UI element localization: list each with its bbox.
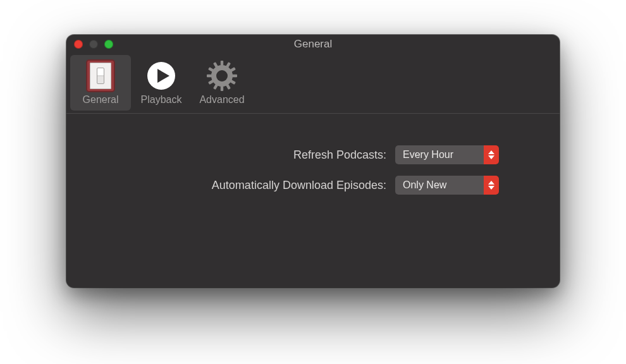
window-title: General [294,38,332,51]
setting-refresh-podcasts: Refresh Podcasts: Every Hour [92,145,534,164]
auto-download-select[interactable]: Only New [395,176,499,195]
setting-label: Refresh Podcasts: [92,149,395,162]
tab-label: Advanced [199,94,244,106]
chevron-updown-icon [484,145,499,164]
gear-icon [204,60,240,92]
tab-advanced[interactable]: Advanced [192,55,252,111]
chevron-updown-icon [484,176,499,195]
tab-label: Playback [141,94,182,106]
refresh-podcasts-select[interactable]: Every Hour [395,145,499,164]
close-window-button[interactable] [74,40,83,49]
svg-point-15 [216,70,228,82]
select-value: Every Hour [395,145,484,164]
zoom-window-button[interactable] [104,40,113,49]
tab-label: General [83,94,119,106]
tab-general[interactable]: General [70,55,131,111]
play-icon [144,60,179,92]
svg-marker-19 [488,186,494,190]
general-pane: Refresh Podcasts: Every Hour Automatical… [66,114,560,219]
select-value: Only New [395,176,484,195]
svg-marker-18 [488,181,494,185]
setting-auto-download: Automatically Download Episodes: Only Ne… [92,176,534,195]
tab-playback[interactable]: Playback [131,55,192,111]
svg-marker-16 [488,150,494,154]
preferences-window: General General Playback [66,35,560,288]
setting-label: Automatically Download Episodes: [92,179,395,192]
window-controls [74,40,113,49]
svg-marker-17 [488,155,494,159]
minimize-window-button[interactable] [89,40,98,49]
preferences-toolbar: General Playback [66,54,560,114]
switch-icon [83,60,118,92]
titlebar: General [66,35,560,54]
